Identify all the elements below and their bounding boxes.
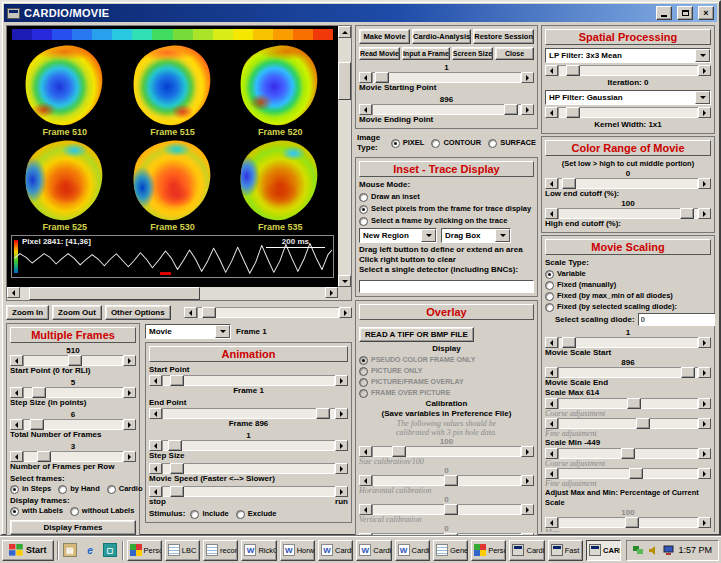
slider-thumb[interactable] bbox=[562, 178, 576, 189]
scale-min-fine-slider[interactable] bbox=[545, 468, 711, 479]
radio-picture-only[interactable]: PICTURE ONLY bbox=[359, 366, 534, 376]
radio-pseudo-color[interactable]: PSEUDO COLOR FRAME ONLY bbox=[359, 355, 534, 365]
scrollbar-thumb[interactable] bbox=[338, 62, 351, 100]
scale-max-fine-slider[interactable] bbox=[545, 418, 711, 429]
anim-speed-slider[interactable] bbox=[149, 463, 348, 474]
slider-left-arrow-icon[interactable] bbox=[545, 517, 558, 528]
network-icon[interactable] bbox=[633, 545, 644, 556]
slider-thumb[interactable] bbox=[37, 451, 51, 462]
scroll-down-arrow-icon[interactable] bbox=[338, 275, 351, 287]
slider-left-arrow-icon[interactable] bbox=[545, 65, 558, 76]
scale-end-slider[interactable] bbox=[545, 367, 711, 378]
lp-filter-slider[interactable] bbox=[545, 65, 711, 76]
high-cutoff-slider[interactable] bbox=[545, 208, 711, 219]
slider-right-arrow-icon[interactable] bbox=[698, 178, 711, 189]
frame-cell[interactable]: Frame 520 bbox=[226, 43, 334, 137]
radio-with-labels[interactable]: with Labels bbox=[10, 506, 63, 516]
slider-thumb[interactable] bbox=[627, 398, 641, 409]
slider-thumb[interactable] bbox=[625, 517, 639, 528]
movie-start-slider[interactable] bbox=[359, 72, 534, 83]
minimize-button[interactable] bbox=[656, 6, 672, 20]
slider-thumb[interactable] bbox=[444, 475, 458, 486]
slider-thumb[interactable] bbox=[566, 65, 580, 76]
mf-step-slider[interactable] bbox=[10, 387, 136, 398]
mf-start-slider[interactable] bbox=[10, 355, 136, 366]
radio-picture-frame-overlay[interactable]: PICTURE/FRAME OVERLAY bbox=[359, 377, 534, 387]
radio-cardio[interactable]: Cardio bbox=[107, 484, 143, 494]
taskbar-item[interactable]: Gener... bbox=[433, 540, 468, 561]
dropdown-arrow-icon[interactable] bbox=[215, 325, 230, 338]
slider-left-arrow-icon[interactable] bbox=[545, 468, 558, 479]
slider-thumb[interactable] bbox=[32, 387, 46, 398]
start-button[interactable]: Start bbox=[2, 540, 54, 561]
taskbar-item[interactable]: recon... bbox=[203, 540, 238, 561]
slider-right-arrow-icon[interactable] bbox=[123, 451, 136, 462]
slider-left-arrow-icon[interactable] bbox=[545, 337, 558, 348]
movie-end-slider[interactable] bbox=[359, 104, 534, 115]
volume-icon[interactable] bbox=[648, 545, 659, 556]
input-a-frame-button[interactable]: Input a Frame bbox=[402, 47, 450, 60]
slider-right-arrow-icon[interactable] bbox=[698, 468, 711, 479]
taskbar-item[interactable]: WHorwit... bbox=[280, 540, 315, 561]
adjust-max-slider[interactable] bbox=[545, 517, 711, 528]
close-movie-button[interactable]: Close bbox=[495, 47, 534, 60]
other-options-button[interactable]: Other Options bbox=[105, 305, 171, 320]
slider-right-arrow-icon[interactable] bbox=[335, 375, 348, 386]
radio-stimulus-exclude[interactable]: Exclude bbox=[236, 509, 277, 519]
taskbar-item[interactable]: WCardio... bbox=[318, 540, 353, 561]
slider-right-arrow-icon[interactable] bbox=[698, 517, 711, 528]
slider-right-arrow-icon[interactable] bbox=[521, 475, 534, 486]
frame-cell[interactable]: Frame 515 bbox=[119, 43, 227, 137]
radio-pixel[interactable]: PIXEL bbox=[391, 138, 425, 148]
mf-perrow-slider[interactable] bbox=[10, 451, 136, 462]
slider-right-arrow-icon[interactable] bbox=[339, 307, 352, 318]
taskbar-item[interactable]: WCardio... bbox=[395, 540, 430, 561]
frame-cell[interactable]: Frame 525 bbox=[11, 138, 119, 232]
slider-left-arrow-icon[interactable] bbox=[545, 367, 558, 378]
slider-thumb[interactable] bbox=[504, 104, 518, 115]
trace-inset[interactable]: Pixel 2841: [41,36] 200 ms bbox=[11, 235, 334, 278]
slider-thumb[interactable] bbox=[170, 375, 184, 386]
frame-position-slider[interactable] bbox=[184, 307, 352, 318]
slider-thumb[interactable] bbox=[444, 504, 458, 515]
slider-thumb[interactable] bbox=[636, 418, 650, 429]
slider-right-arrow-icon[interactable] bbox=[698, 107, 711, 118]
slider-left-arrow-icon[interactable] bbox=[10, 419, 23, 430]
close-button[interactable]: × bbox=[698, 6, 714, 20]
slider-right-arrow-icon[interactable] bbox=[521, 72, 534, 83]
slider-right-arrow-icon[interactable] bbox=[521, 104, 534, 115]
radio-stimulus-include[interactable]: Include bbox=[190, 509, 228, 519]
slider-thumb[interactable] bbox=[566, 107, 580, 118]
slider-right-arrow-icon[interactable] bbox=[335, 408, 348, 419]
taskbar-item[interactable]: WCardio... bbox=[356, 540, 391, 561]
radio-in-steps[interactable]: in Steps bbox=[10, 484, 51, 494]
radio-fixed-maxmin[interactable]: Fixed (by max_min of all diodes) bbox=[545, 291, 711, 301]
slider-left-arrow-icon[interactable] bbox=[359, 72, 372, 83]
slider-thumb[interactable] bbox=[170, 486, 184, 497]
vertical-scrollbar[interactable] bbox=[338, 26, 351, 287]
slider-left-arrow-icon[interactable] bbox=[149, 408, 162, 419]
slider-right-arrow-icon[interactable] bbox=[698, 367, 711, 378]
slider-right-arrow-icon[interactable] bbox=[698, 398, 711, 409]
scroll-up-arrow-icon[interactable] bbox=[338, 26, 351, 38]
detector-input[interactable] bbox=[359, 280, 534, 293]
slider-right-arrow-icon[interactable] bbox=[335, 463, 348, 474]
slider-thumb[interactable] bbox=[30, 419, 44, 430]
region-dropdown[interactable]: New Region bbox=[359, 228, 437, 243]
slider-right-arrow-icon[interactable] bbox=[698, 65, 711, 76]
anim-run-slider[interactable] bbox=[149, 486, 348, 497]
horizontal-calibration-slider[interactable] bbox=[359, 475, 534, 486]
movie-canvas[interactable]: Frame 510 Frame 515 Frame 520 bbox=[7, 26, 338, 287]
scaling-diode-input[interactable] bbox=[638, 313, 715, 326]
slider-thumb[interactable] bbox=[202, 307, 216, 318]
scale-max-coarse-slider[interactable] bbox=[545, 398, 711, 409]
scrollbar-thumb[interactable] bbox=[29, 287, 200, 300]
slider-left-arrow-icon[interactable] bbox=[184, 307, 197, 318]
slider-left-arrow-icon[interactable] bbox=[359, 104, 372, 115]
slider-left-arrow-icon[interactable] bbox=[149, 463, 162, 474]
slider-left-arrow-icon[interactable] bbox=[545, 208, 558, 219]
radio-fixed-diode[interactable]: Fixed (by selected scaling diode): bbox=[545, 302, 711, 312]
slider-left-arrow-icon[interactable] bbox=[545, 448, 558, 459]
radio-draw-inset[interactable]: Draw an inset bbox=[359, 192, 534, 202]
slider-left-arrow-icon[interactable] bbox=[10, 387, 23, 398]
